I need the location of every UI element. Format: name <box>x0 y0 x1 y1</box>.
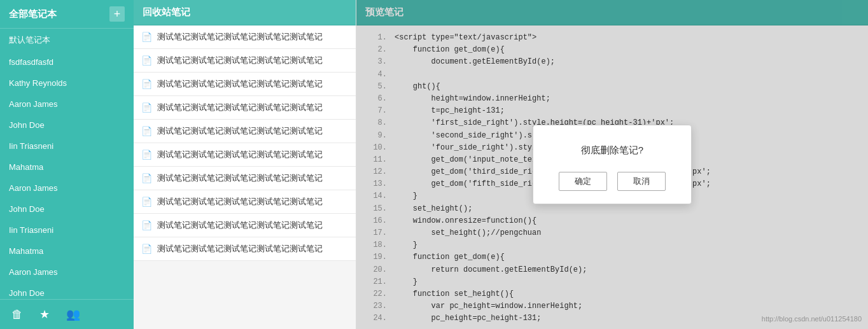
star-button[interactable]: ★ <box>34 305 55 324</box>
note-title: 测试笔记测试笔记测试笔记测试笔记测试笔记 <box>157 149 323 160</box>
note-file-icon: 📄 <box>141 79 152 89</box>
sidebar-item-11[interactable]: Aaron James <box>0 262 134 283</box>
modal-title: 彻底删除笔记? <box>581 144 643 157</box>
note-title: 测试笔记测试笔记测试笔记测试笔记测试笔记 <box>157 220 323 231</box>
sidebar-item-10[interactable]: Mahatma <box>0 241 134 262</box>
trash-notes-panel: 回收站笔记 📄测试笔记测试笔记测试笔记测试笔记测试笔记📄测试笔记测试笔记测试笔记… <box>134 0 356 329</box>
note-file-icon: 📄 <box>141 150 152 160</box>
modal-buttons: 确定 取消 <box>559 172 666 191</box>
modal-cancel-button[interactable]: 取消 <box>617 172 666 191</box>
sidebar-item-6[interactable]: Mahatma <box>0 157 134 178</box>
note-title: 测试笔记测试笔记测试笔记测试笔记测试笔记 <box>157 78 323 90</box>
sidebar-notebook-list: 默认笔记本fsdfasdfasfdKathy ReynoldsAaron Jam… <box>0 29 134 299</box>
note-item-7[interactable]: 📄测试笔记测试笔记测试笔记测试笔记测试笔记 <box>134 190 356 214</box>
note-file-icon: 📄 <box>141 32 152 42</box>
note-title: 测试笔记测试笔记测试笔记测试笔记测试笔记 <box>157 243 323 255</box>
sidebar-title: 全部笔记本 <box>9 8 57 20</box>
note-file-icon: 📄 <box>141 244 152 254</box>
note-title: 测试笔记测试笔记测试笔记测试笔记测试笔记 <box>157 196 323 207</box>
note-file-icon: 📄 <box>141 220 152 230</box>
note-list: 📄测试笔记测试笔记测试笔记测试笔记测试笔记📄测试笔记测试笔记测试笔记测试笔记测试… <box>134 25 356 329</box>
sidebar-item-12[interactable]: John Doe <box>0 283 134 299</box>
preview-panel: 预览笔记 1.<script type="text/javascript">2.… <box>356 0 868 329</box>
sidebar-item-4[interactable]: John Doe <box>0 115 134 136</box>
note-item-5[interactable]: 📄测试笔记测试笔记测试笔记测试笔记测试笔记 <box>134 143 356 167</box>
sidebar-item-9[interactable]: Iin Triasneni <box>0 220 134 241</box>
note-file-icon: 📄 <box>141 126 152 136</box>
sidebar-item-1[interactable]: fsdfasdfasfd <box>0 52 134 73</box>
sidebar-item-2[interactable]: Kathy Reynolds <box>0 73 134 94</box>
note-item-9[interactable]: 📄测试笔记测试笔记测试笔记测试笔记测试笔记 <box>134 237 356 261</box>
note-item-1[interactable]: 📄测试笔记测试笔记测试笔记测试笔记测试笔记 <box>134 49 356 73</box>
note-item-3[interactable]: 📄测试笔记测试笔记测试笔记测试笔记测试笔记 <box>134 96 356 120</box>
sidebar-item-5[interactable]: Iin Triasneni <box>0 136 134 157</box>
note-file-icon: 📄 <box>141 102 152 113</box>
note-item-4[interactable]: 📄测试笔记测试笔记测试笔记测试笔记测试笔记 <box>134 120 356 143</box>
sidebar-item-3[interactable]: Aaron James <box>0 94 134 115</box>
modal-box: 彻底删除笔记? 确定 取消 <box>533 125 692 204</box>
sidebar-item-7[interactable]: Aaron James <box>0 178 134 199</box>
trash-notes-header: 回收站笔记 <box>134 0 356 25</box>
trash-notes-title: 回收站笔记 <box>143 6 190 17</box>
note-title: 测试笔记测试笔记测试笔记测试笔记测试笔记 <box>157 102 323 113</box>
modal-confirm-button[interactable]: 确定 <box>559 172 607 191</box>
note-item-6[interactable]: 📄测试笔记测试笔记测试笔记测试笔记测试笔记 <box>134 167 356 190</box>
sidebar-item-0[interactable]: 默认笔记本 <box>0 29 134 52</box>
note-item-2[interactable]: 📄测试笔记测试笔记测试笔记测试笔记测试笔记 <box>134 73 356 96</box>
sidebar-footer: 🗑 ★ 👥 <box>0 299 134 329</box>
note-title: 测试笔记测试笔记测试笔记测试笔记测试笔记 <box>157 31 323 43</box>
sidebar-header: 全部笔记本 + <box>0 0 134 29</box>
trash-button[interactable]: 🗑 <box>6 305 28 324</box>
add-notebook-button[interactable]: + <box>109 6 125 22</box>
note-file-icon: 📄 <box>141 173 152 183</box>
modal-overlay: 彻底删除笔记? 确定 取消 <box>356 0 868 329</box>
note-item-0[interactable]: 📄测试笔记测试笔记测试笔记测试笔记测试笔记 <box>134 25 356 49</box>
note-title: 测试笔记测试笔记测试笔记测试笔记测试笔记 <box>157 55 323 66</box>
note-file-icon: 📄 <box>141 55 152 66</box>
users-button[interactable]: 👥 <box>61 305 85 324</box>
note-item-8[interactable]: 📄测试笔记测试笔记测试笔记测试笔记测试笔记 <box>134 214 356 237</box>
note-file-icon: 📄 <box>141 197 152 207</box>
sidebar: 全部笔记本 + 默认笔记本fsdfasdfasfdKathy ReynoldsA… <box>0 0 134 329</box>
note-title: 测试笔记测试笔记测试笔记测试笔记测试笔记 <box>157 125 323 137</box>
note-title: 测试笔记测试笔记测试笔记测试笔记测试笔记 <box>157 172 323 184</box>
sidebar-item-8[interactable]: John Doe <box>0 199 134 220</box>
